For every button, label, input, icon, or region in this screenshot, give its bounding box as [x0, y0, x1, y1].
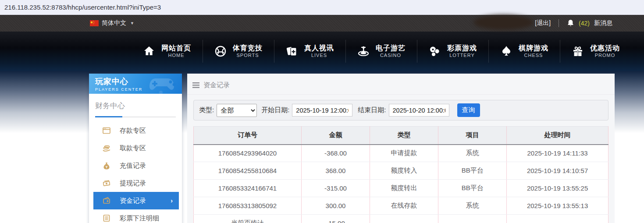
messages-link[interactable]: 新消息 — [594, 19, 612, 27]
table-cell: 2025-10-19 13:55:25 — [507, 180, 608, 197]
sidebar-item-deposit[interactable]: 存款专区 — [89, 122, 182, 139]
sidebar-item-label: 充值记录 — [120, 162, 146, 170]
table-cell: 额度转出 — [370, 180, 438, 197]
end-date-label: 结束日期: — [358, 106, 386, 114]
money-bag-icon — [102, 161, 111, 170]
nav-item-lives[interactable]: 真人视讯LIVES — [274, 40, 346, 63]
sports-ball-icon — [214, 45, 227, 57]
spade-icon — [500, 45, 512, 57]
nav-item-sports[interactable]: 体育竞技SPORTS — [203, 40, 274, 63]
players-center-sidebar: 玩家中心 PLAYERS CENTER 财务中心 存款专区取款专区充值记录提现记… — [89, 74, 182, 223]
nav-label-en: HOME — [168, 53, 185, 59]
nav-label-en: CASINO — [380, 53, 401, 59]
nav-label-en: LIVES — [311, 53, 327, 59]
table-cell — [370, 215, 438, 223]
sidebar-item-money-bag[interactable]: 充值记录 — [89, 157, 182, 174]
table-cell — [507, 215, 608, 223]
table-cell: 300.00 — [301, 197, 370, 215]
table-cell: 1760854255810684 — [194, 162, 302, 180]
table-cell: 系统 — [438, 197, 507, 215]
table-cell: BB平台 — [438, 162, 507, 180]
end-date-input[interactable] — [389, 104, 449, 117]
table-row: 当前页统计-15.00 — [194, 215, 608, 223]
nav-label-cn: 优惠活动 — [590, 44, 620, 53]
filter-bar: 类型: 全部 开始日期: 结束日期: 查询 — [193, 100, 608, 120]
chevron-down-icon: ▼ — [130, 21, 134, 25]
china-flag-icon — [90, 20, 99, 26]
table-row: 1760853313805092300.00在线存款系统2025-10-19 1… — [194, 197, 608, 215]
nav-item-promo[interactable]: 优惠活动PROMO — [560, 40, 631, 63]
table-cell: 368.00 — [301, 162, 370, 180]
divider — [559, 19, 559, 27]
column-header: 项目 — [438, 127, 507, 145]
section-divider — [95, 117, 176, 117]
page-url: 216.118.235.52:8783/hhcp/usercenter.html… — [4, 4, 161, 11]
type-select[interactable]: 全部 — [217, 104, 257, 117]
browser-url-bar[interactable]: 216.118.235.52:8783/hhcp/usercenter.html… — [0, 0, 644, 15]
gift-icon — [572, 45, 584, 57]
nav-label-cn: 彩票游戏 — [447, 44, 477, 53]
message-count: (42) — [579, 20, 590, 27]
table-cell: -15.00 — [301, 215, 370, 223]
gamepad-icon — [148, 75, 179, 94]
table-cell: 2025-10-19 13:55:13 — [507, 197, 608, 215]
nav-label-cn: 体育竞技 — [233, 44, 263, 53]
language-selector[interactable]: 简体中文 ▼ — [90, 19, 134, 27]
table-cell: 1760854293964020 — [194, 145, 302, 162]
sidebar-item-label: 存款专区 — [120, 127, 146, 135]
withdraw-hand-icon — [102, 144, 111, 152]
start-date-label: 开始日期: — [261, 106, 289, 114]
lottery-balls-icon — [429, 45, 441, 57]
nav-item-lottery[interactable]: 彩票游戏LOTTERY — [417, 40, 489, 63]
nav-label-en: SPORTS — [236, 53, 259, 59]
table-cell: 2025-10-19 14:11:33 — [507, 145, 608, 162]
column-header: 类型 — [370, 127, 438, 145]
table-cell — [438, 215, 507, 223]
bell-icon[interactable] — [567, 19, 574, 27]
nav-item-home[interactable]: 网站首页HOME — [132, 40, 203, 63]
sidebar-item-label: 取款专区 — [120, 144, 146, 152]
table-cell: BB平台 — [438, 180, 507, 197]
nav-label-cn: 网站首页 — [161, 44, 191, 53]
table-cell: 2025-10-19 14:10:57 — [507, 162, 608, 180]
table-cell: 系统 — [438, 145, 507, 162]
funds-table-wrap: 订单号金额类型项目处理时间 1760854293964020-368.00申请提… — [193, 126, 608, 223]
nav-item-casino[interactable]: 电子游艺CASINO — [346, 40, 417, 63]
sidebar-item-label: 提现记录 — [120, 179, 146, 188]
table-row: 1760853324166741-315.00额度转出BB平台2025-10-1… — [194, 180, 608, 197]
sidebar-item-lottery-detail[interactable]: 彩票下注明细 — [89, 209, 182, 223]
table-cell: 额度转入 — [370, 162, 438, 180]
column-header: 处理时间 — [507, 127, 608, 145]
table-cell: -368.00 — [301, 145, 370, 162]
nav-label-en: CHESS — [524, 53, 543, 59]
home-icon — [143, 45, 155, 57]
table-cell: -315.00 — [301, 180, 370, 197]
nav-label-cn: 电子游艺 — [376, 44, 406, 53]
funds-table: 订单号金额类型项目处理时间 1760854293964020-368.00申请提… — [193, 126, 608, 223]
deposit-icon — [102, 126, 111, 135]
nav-item-chess[interactable]: 棋牌游戏CHESS — [489, 40, 560, 63]
nav-label-cn: 棋牌游戏 — [519, 44, 548, 53]
logout-button[interactable]: [退出] — [535, 19, 551, 27]
account-bar: 简体中文 ▼ [退出] (42) 新消息 — [0, 15, 644, 32]
table-cell: 申请提款 — [370, 145, 438, 162]
breadcrumb: 资金记录 — [187, 74, 615, 95]
sidebar-item-withdraw-hand[interactable]: 取款专区 — [89, 139, 182, 157]
language-label: 简体中文 — [102, 19, 126, 27]
start-date-input[interactable] — [292, 104, 352, 117]
table-row: 1760854293964020-368.00申请提款系统2025-10-19 … — [194, 145, 608, 162]
sidebar-menu: 存款专区取款专区充值记录提现记录资金记录›彩票下注明细 — [89, 120, 182, 223]
sidebar-item-banknote[interactable]: 提现记录 — [89, 174, 182, 192]
search-button[interactable]: 查询 — [457, 103, 480, 117]
banknote-icon — [102, 179, 111, 188]
sidebar-header: 玩家中心 PLAYERS CENTER — [89, 74, 182, 94]
table-cell: 在线存款 — [370, 197, 438, 215]
fund-record-icon — [102, 196, 111, 205]
main-panel: 资金记录 类型: 全部 开始日期: 结束日期: 查询 订单号金额类型项目处理时间… — [187, 74, 615, 223]
main-nav: 网站首页HOME体育竞技SPORTS真人视讯LIVES电子游艺CASINO彩票游… — [0, 32, 644, 71]
sidebar-item-label: 资金记录 — [120, 197, 146, 205]
menu-icon[interactable] — [192, 82, 199, 88]
sidebar-item-fund-record[interactable]: 资金记录› — [93, 192, 179, 209]
page-background: 玩家中心 PLAYERS CENTER 财务中心 存款专区取款专区充值记录提现记… — [0, 71, 644, 223]
table-row: 1760854255810684368.00额度转入BB平台2025-10-19… — [194, 162, 608, 180]
